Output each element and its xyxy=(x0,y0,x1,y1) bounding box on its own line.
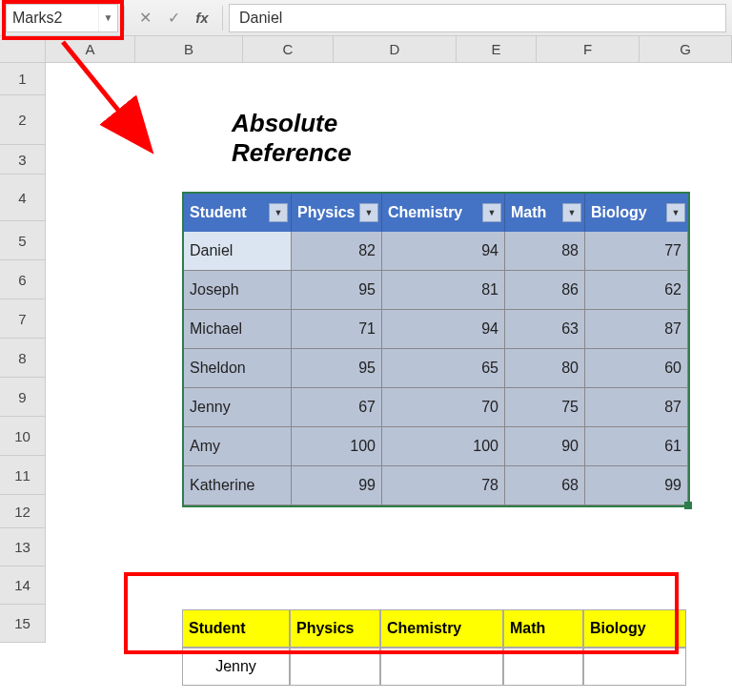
student-cell[interactable]: Amy xyxy=(184,427,292,466)
column-header-E[interactable]: E xyxy=(457,36,537,63)
value-cell[interactable]: 61 xyxy=(585,427,688,466)
confirm-button[interactable]: ✓ xyxy=(159,4,188,32)
row-header-12[interactable]: 12 xyxy=(0,495,46,528)
filter-dropdown-icon[interactable]: ▼ xyxy=(666,203,685,222)
page-title: Absolute Reference xyxy=(232,109,352,168)
value-cell[interactable]: 87 xyxy=(585,388,688,427)
separator xyxy=(222,6,223,31)
column-header-A[interactable]: A xyxy=(46,36,135,63)
filter-dropdown-icon[interactable]: ▼ xyxy=(562,203,581,222)
value-cell[interactable]: 99 xyxy=(292,466,382,505)
value-cell[interactable]: 88 xyxy=(505,232,585,271)
column-header-B[interactable]: B xyxy=(135,36,243,63)
lookup-header-physics[interactable]: Physics xyxy=(290,609,380,648)
row-header-8[interactable]: 8 xyxy=(0,339,46,378)
table-header-math[interactable]: Math▼ xyxy=(505,194,585,232)
value-cell[interactable]: 100 xyxy=(292,427,382,466)
table-header-chemistry[interactable]: Chemistry▼ xyxy=(382,194,505,232)
lookup-header-chemistry[interactable]: Chemistry xyxy=(380,609,503,648)
lookup-cell[interactable] xyxy=(503,648,583,686)
lookup-cell[interactable]: Jenny xyxy=(182,648,290,686)
value-cell[interactable]: 100 xyxy=(382,427,505,466)
row-header-1[interactable]: 1 xyxy=(0,63,46,95)
value-cell[interactable]: 95 xyxy=(292,349,382,388)
table-row: Katherine99786899 xyxy=(184,466,688,505)
row-header-7[interactable]: 7 xyxy=(0,299,46,339)
value-cell[interactable]: 78 xyxy=(382,466,505,505)
value-cell[interactable]: 67 xyxy=(292,388,382,427)
table-row: Amy1001009061 xyxy=(184,427,688,466)
value-cell[interactable]: 94 xyxy=(382,232,505,271)
table-header-physics[interactable]: Physics▼ xyxy=(292,194,382,232)
column-header-C[interactable]: C xyxy=(243,36,334,63)
value-cell[interactable]: 94 xyxy=(382,310,505,349)
row-header-5[interactable]: 5 xyxy=(0,221,46,260)
lookup-header-biology[interactable]: Biology xyxy=(583,609,686,648)
lookup-table: StudentPhysicsChemistryMathBiology Jenny xyxy=(182,609,686,686)
value-cell[interactable]: 90 xyxy=(505,427,585,466)
cancel-button[interactable]: ✕ xyxy=(131,4,159,32)
row-header-4[interactable]: 4 xyxy=(0,175,46,221)
value-cell[interactable]: 81 xyxy=(382,271,505,310)
table-row: Joseph95818662 xyxy=(184,271,688,310)
row-header-15[interactable]: 15 xyxy=(0,605,46,643)
value-cell[interactable]: 80 xyxy=(505,349,585,388)
lookup-header-row: StudentPhysicsChemistryMathBiology xyxy=(182,609,686,648)
table-row: Michael71946387 xyxy=(184,310,688,349)
lookup-cell[interactable] xyxy=(583,648,686,686)
name-box-dropdown-icon[interactable]: ▼ xyxy=(98,5,117,31)
row-header-3[interactable]: 3 xyxy=(0,145,46,175)
value-cell[interactable]: 63 xyxy=(505,310,585,349)
value-cell[interactable]: 62 xyxy=(585,271,688,310)
value-cell[interactable]: 71 xyxy=(292,310,382,349)
value-cell[interactable]: 95 xyxy=(292,271,382,310)
filter-dropdown-icon[interactable]: ▼ xyxy=(359,203,378,222)
row-header-14[interactable]: 14 xyxy=(0,566,46,605)
column-header-D[interactable]: D xyxy=(334,36,457,63)
row-header-13[interactable]: 13 xyxy=(0,528,46,566)
row-header-2[interactable]: 2 xyxy=(0,95,46,145)
column-header-G[interactable]: G xyxy=(640,36,732,63)
lookup-cell[interactable] xyxy=(290,648,380,686)
formula-value: Daniel xyxy=(239,10,282,27)
lookup-header-math[interactable]: Math xyxy=(503,609,583,648)
filter-dropdown-icon[interactable]: ▼ xyxy=(482,203,501,222)
row-header-11[interactable]: 11 xyxy=(0,456,46,495)
name-box-value: Marks2 xyxy=(12,10,62,27)
student-cell[interactable]: Jenny xyxy=(184,388,292,427)
table-header-student[interactable]: Student▼ xyxy=(184,194,292,232)
name-box[interactable]: Marks2 ▼ xyxy=(6,4,118,32)
value-cell[interactable]: 87 xyxy=(585,310,688,349)
value-cell[interactable]: 70 xyxy=(382,388,505,427)
student-cell[interactable]: Joseph xyxy=(184,271,292,310)
data-table-body: Daniel82948877Joseph95818662Michael71946… xyxy=(184,232,688,505)
selection-handle[interactable] xyxy=(684,502,692,509)
filter-dropdown-icon[interactable]: ▼ xyxy=(269,203,288,222)
table-header-biology[interactable]: Biology▼ xyxy=(585,194,688,232)
value-cell[interactable]: 75 xyxy=(505,388,585,427)
value-cell[interactable]: 99 xyxy=(585,466,688,505)
row-header-9[interactable]: 9 xyxy=(0,378,46,417)
insert-function-button[interactable]: fx xyxy=(188,4,216,32)
data-table: Student▼Physics▼Chemistry▼Math▼Biology▼ … xyxy=(182,192,690,507)
value-cell[interactable]: 65 xyxy=(382,349,505,388)
student-cell[interactable]: Michael xyxy=(184,310,292,349)
lookup-header-student[interactable]: Student xyxy=(182,609,290,648)
value-cell[interactable]: 77 xyxy=(585,232,688,271)
row-header-10[interactable]: 10 xyxy=(0,417,46,456)
formula-input[interactable]: Daniel xyxy=(229,4,726,32)
row-header-6[interactable]: 6 xyxy=(0,260,46,299)
student-cell[interactable]: Sheldon xyxy=(184,349,292,388)
value-cell[interactable]: 86 xyxy=(505,271,585,310)
separator xyxy=(124,6,125,31)
value-cell[interactable]: 68 xyxy=(505,466,585,505)
student-cell[interactable]: Daniel xyxy=(184,232,292,271)
column-headers: ABCDEFG xyxy=(46,36,732,63)
column-header-F[interactable]: F xyxy=(537,36,640,63)
value-cell[interactable]: 60 xyxy=(585,349,688,388)
select-all-corner[interactable] xyxy=(0,36,46,63)
student-cell[interactable]: Katherine xyxy=(184,466,292,505)
lookup-cell[interactable] xyxy=(380,648,503,686)
spreadsheet-grid: ABCDEFG 123456789101112131415 Absolute R… xyxy=(0,36,732,700)
value-cell[interactable]: 82 xyxy=(292,232,382,271)
